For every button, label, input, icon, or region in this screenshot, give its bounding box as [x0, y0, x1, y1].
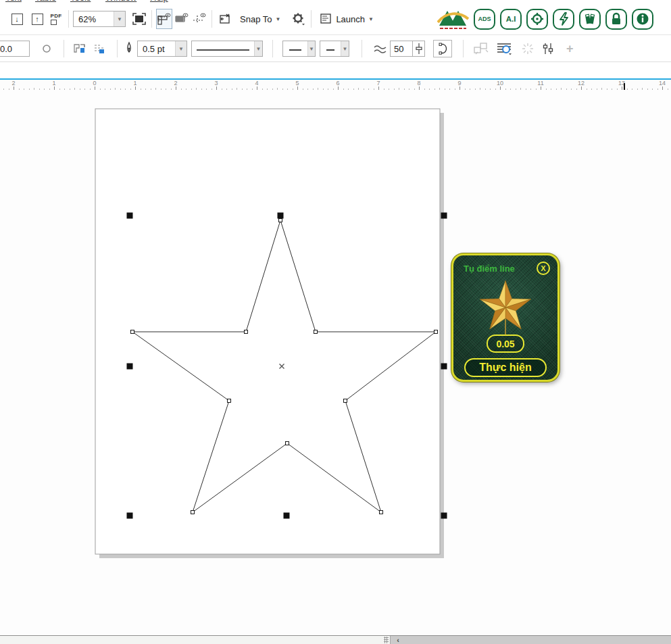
import-button[interactable]: ↓: [9, 9, 25, 29]
chevron-down-icon[interactable]: ▼: [254, 41, 262, 56]
gear-icon: [291, 12, 306, 26]
ruler-label: 14: [659, 80, 666, 86]
license-lock-button[interactable]: [605, 9, 627, 30]
ruler-label: 10: [497, 80, 503, 86]
ruler-label: 2: [11, 80, 15, 86]
curve-node[interactable]: [314, 330, 318, 334]
ruler-label: 1: [52, 80, 55, 86]
show-grid-toggle[interactable]: [174, 9, 190, 29]
chevron-down-icon[interactable]: ▼: [175, 41, 187, 56]
export-icon: ↑: [32, 14, 43, 25]
scroll-left-button[interactable]: ‹: [391, 636, 405, 644]
drawing-canvas[interactable]: [0, 90, 671, 635]
publish-pdf-button[interactable]: PDF: [48, 9, 64, 29]
ruler-label: 6: [336, 80, 339, 86]
outline-width-combo[interactable]: 0.5 pt ▼: [137, 41, 187, 57]
show-rulers-toggle[interactable]: [156, 9, 172, 29]
curve-node[interactable]: [344, 399, 347, 403]
ai-button[interactable]: A.I: [500, 9, 522, 30]
export-button[interactable]: ↑: [29, 9, 45, 29]
ruler-label: 5: [295, 80, 299, 86]
curve-node[interactable]: [380, 511, 383, 514]
line-style-combo[interactable]: ▼: [191, 41, 263, 57]
menu-table[interactable]: Table: [35, 0, 56, 3]
selection-handle[interactable]: [127, 513, 133, 519]
options-button[interactable]: [291, 9, 307, 29]
smoothing-value-input[interactable]: [390, 41, 413, 57]
fullscreen-icon: [132, 13, 146, 25]
ruler-label: 4: [255, 80, 258, 86]
curve-node[interactable]: [434, 330, 438, 334]
horizontal-scrollbar-track[interactable]: [405, 636, 671, 644]
ads-button[interactable]: ADS: [474, 9, 495, 30]
chevron-down-icon[interactable]: ▼: [307, 41, 315, 56]
menu-tools[interactable]: Tools: [70, 0, 91, 3]
property-bar: 0.5 pt ▼ ▼ ▼ ▼: [0, 36, 671, 62]
fullscreen-preview-button[interactable]: [131, 9, 147, 29]
smoothing-slider-button[interactable]: [413, 41, 425, 57]
books-icon: [583, 12, 597, 26]
standard-toolbar: ↓ ↑ PDF 62% ▼: [0, 3, 671, 35]
pdf-icon: PDF: [51, 14, 62, 25]
menu-window[interactable]: Window: [105, 0, 136, 3]
grid-icon: [175, 13, 189, 25]
selection-handle[interactable]: [441, 364, 447, 370]
quick-actions-button[interactable]: [553, 9, 574, 30]
chevron-down-icon: ▼: [368, 16, 374, 22]
launch-dropdown[interactable]: Launch ▼: [316, 9, 378, 29]
curve-node[interactable]: [191, 511, 195, 514]
library-button[interactable]: [579, 9, 601, 30]
add-preset-plus-icon-disabled: +: [566, 42, 574, 56]
chevron-down-icon[interactable]: ▼: [341, 41, 349, 56]
menu-help[interactable]: Help: [150, 0, 168, 3]
tu-diem-line-panel[interactable]: Tụ điểm line X 0.05 Thực hiện: [451, 253, 560, 382]
object-properties-sliders-icon[interactable]: [541, 42, 555, 55]
start-arrowhead-combo[interactable]: ▼: [282, 41, 316, 57]
curve-node[interactable]: [245, 330, 248, 334]
addon-button-group: ADS A.I: [437, 6, 653, 32]
execute-button[interactable]: Thực hiện: [464, 358, 547, 377]
application-window: Text Table Tools Window Help ↓ ↑ PDF 62%…: [0, 0, 671, 644]
wrap-offset-icon[interactable]: [93, 43, 107, 55]
curve-node[interactable]: [228, 399, 231, 403]
info-button[interactable]: [632, 9, 653, 30]
close-curve-button[interactable]: [433, 40, 452, 57]
info-icon: [636, 12, 649, 26]
end-arrowhead-combo[interactable]: ▼: [320, 41, 349, 57]
panel-close-button[interactable]: X: [537, 262, 550, 275]
document-palette[interactable]: [0, 636, 391, 644]
selection-handle[interactable]: [127, 213, 133, 219]
curve-node[interactable]: [286, 442, 289, 445]
guidelines-icon: [193, 13, 206, 25]
lightning-icon: [558, 12, 570, 26]
chevron-down-icon[interactable]: ▼: [114, 11, 125, 26]
resize-grip-icon[interactable]: [384, 637, 389, 643]
curve-node[interactable]: [131, 330, 134, 334]
menu-text[interactable]: Text: [5, 0, 22, 3]
horizontal-ruler[interactable]: 2101234567891011121314: [0, 78, 671, 90]
outline-pen-icon: [124, 41, 134, 56]
selection-handle[interactable]: [284, 513, 290, 519]
selection-handle[interactable]: [441, 213, 447, 219]
selection-handle[interactable]: [278, 213, 284, 219]
wrap-text-style-icon[interactable]: [72, 43, 87, 55]
selection-handle[interactable]: [127, 364, 133, 370]
object-position-input[interactable]: [0, 41, 30, 57]
curve-node[interactable]: [279, 219, 282, 222]
chevron-down-icon: ▼: [275, 16, 280, 22]
selection-handle[interactable]: [441, 513, 447, 519]
gold-star-icon: [474, 276, 537, 339]
ellipse-node-icon[interactable]: [42, 44, 51, 53]
ruler-label: 12: [578, 80, 585, 86]
ruler-label: 11: [537, 80, 543, 86]
settings-target-button[interactable]: [526, 9, 548, 30]
start-arrowhead-preview: [283, 44, 307, 54]
text-wrap-button[interactable]: [496, 42, 514, 55]
target-gear-icon: [530, 12, 544, 26]
show-guidelines-toggle[interactable]: [191, 9, 207, 29]
smoothing-wave-icon: [373, 43, 388, 54]
zoom-level-combo[interactable]: 62% ▼: [73, 11, 126, 27]
treat-as-filled-button[interactable]: [216, 9, 232, 29]
launch-icon: [320, 14, 332, 24]
snap-to-dropdown[interactable]: Snap To ▼: [235, 9, 285, 29]
